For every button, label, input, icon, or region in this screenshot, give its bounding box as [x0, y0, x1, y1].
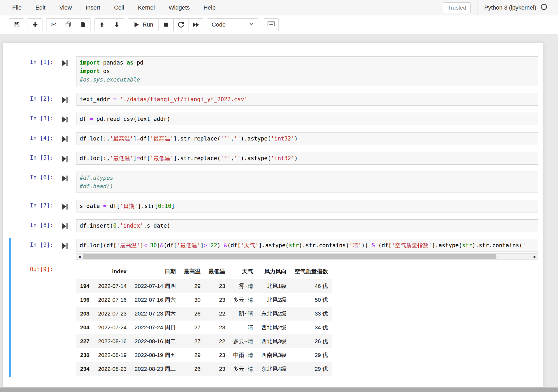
- code-line: df.loc[(df['最高温']<=30)&(df['最低温']>=22) &…: [80, 241, 535, 250]
- kernel-indicator: Python 3 (ipykernel): [478, 2, 547, 14]
- code-input[interactable]: #df.dtypes#df.head(): [76, 172, 538, 193]
- table-cell: 2022-08-23: [93, 362, 131, 376]
- code-cell-3: In [3]:df = pd.read_csv(text_addr): [3, 109, 543, 129]
- floppy-icon: [13, 21, 20, 28]
- table-cell: 西北风2级: [257, 321, 291, 334]
- table-cell: 26: [180, 307, 204, 321]
- restart-run-all-button[interactable]: [188, 18, 203, 31]
- column-header: [76, 266, 93, 279]
- row-index: 194: [76, 279, 93, 293]
- run-cell-icon[interactable]: [53, 132, 76, 142]
- table-cell: 2022-08-19 周五: [131, 348, 180, 362]
- move-cell-up-button[interactable]: [95, 18, 109, 31]
- code-line: df.loc[:,'最高温']=df['最高温'].str.replace('°…: [80, 134, 535, 143]
- chevron-down-icon: [248, 21, 255, 29]
- toolbar-button-group: ✂: [46, 18, 91, 31]
- table-cell: 2022-07-23: [93, 307, 131, 321]
- menu-item-view[interactable]: View: [52, 4, 79, 11]
- code-input[interactable]: df.loc[(df['最高温']<=30)&(df['最低温']>=22) &…: [76, 239, 538, 252]
- menu-item-kernel[interactable]: Kernel: [131, 4, 162, 11]
- add-cell-button[interactable]: [28, 18, 42, 31]
- trusted-button[interactable]: Trusted: [443, 2, 471, 13]
- run-cell-icon[interactable]: [53, 113, 76, 123]
- table-cell: 29 优: [291, 362, 332, 376]
- open-command-palette-button[interactable]: [264, 18, 279, 31]
- restart-kernel-button[interactable]: [174, 18, 188, 31]
- notebook-container: In [1]:import pandas as pdimport os#os.s…: [3, 43, 543, 387]
- run-cell-icon[interactable]: [53, 93, 76, 103]
- code-input[interactable]: s_date = df['日期'].str[0:10]: [76, 200, 538, 212]
- input-prompt: In [2]:: [3, 93, 53, 102]
- menu-item-help[interactable]: Help: [197, 4, 222, 11]
- cell-type-value: Code: [212, 21, 226, 28]
- table-row: 2032022-07-232022-07-23 周六2622阴~晴东北风2级33…: [76, 307, 332, 321]
- table-cell: 29: [180, 279, 204, 293]
- code-input[interactable]: import pandas as pdimport os#os.sys.exec…: [76, 56, 538, 86]
- table-cell: 50 优: [291, 293, 332, 307]
- code-input[interactable]: df.insert(0,'index',s_date): [76, 219, 538, 232]
- run-cell-icon[interactable]: [53, 56, 76, 66]
- code-input[interactable]: df = pd.read_csv(text_addr): [76, 113, 538, 125]
- table-cell: 2022-07-23 周六: [131, 307, 180, 321]
- column-header: 最高温: [180, 266, 204, 279]
- menu-item-edit[interactable]: Edit: [28, 4, 52, 11]
- table-cell: 东北风4级: [257, 362, 291, 376]
- input-prompt: In [1]:: [3, 56, 53, 65]
- paste-cell-button[interactable]: [76, 18, 91, 31]
- scrollbar-track[interactable]: [82, 254, 532, 259]
- table-cell: 2022-07-16: [93, 293, 131, 307]
- copy-cell-button[interactable]: [61, 18, 76, 31]
- input-prompt: In [6]:: [3, 172, 53, 181]
- table-cell: 2022-07-24 周日: [131, 321, 180, 334]
- code-line: import pandas as pd: [80, 58, 535, 67]
- toolbar-button-group: Run: [128, 18, 203, 31]
- table-cell: 北风1级: [257, 279, 291, 293]
- arrow-up-icon: [99, 22, 105, 28]
- table-cell: 多云~晴: [229, 293, 257, 307]
- run-cell-icon[interactable]: [53, 152, 76, 162]
- table-row: 1942022-07-142022-07-14 周四2923雾~晴北风1级46 …: [76, 279, 332, 293]
- table-cell: 2022-08-19: [93, 348, 131, 362]
- row-index: 227: [76, 334, 93, 348]
- row-index: 204: [76, 321, 93, 334]
- move-cell-down-button[interactable]: [109, 18, 124, 31]
- toolbar-button-group: [95, 18, 124, 31]
- column-header: 风力风向: [257, 266, 291, 279]
- save-button[interactable]: [9, 18, 24, 31]
- run-cell-icon[interactable]: [53, 172, 76, 182]
- table-cell: 晴: [229, 321, 257, 334]
- run-cell-icon[interactable]: [53, 219, 76, 229]
- table-cell: 23: [204, 362, 229, 376]
- code-line: df.insert(0,'index',s_date): [80, 221, 535, 230]
- code-input[interactable]: df.loc[:,'最高温']=df['最高温'].str.replace('°…: [76, 132, 538, 145]
- menu-item-file[interactable]: File: [12, 4, 28, 11]
- toolbar-button-group: [28, 18, 42, 31]
- code-input[interactable]: text_addr = './datas/tianqi_yt/tianqi_yt…: [76, 93, 538, 106]
- run-cell-icon[interactable]: [53, 239, 76, 249]
- menu-item-widgets[interactable]: Widgets: [162, 4, 196, 11]
- menu-item-insert[interactable]: Insert: [79, 4, 107, 11]
- cell-type-select[interactable]: Code: [207, 18, 258, 31]
- table-cell: 26 优: [291, 334, 332, 348]
- cut-cell-button[interactable]: ✂: [46, 18, 61, 31]
- dataframe-output-table: index日期最高温最低温天气风力风向空气质量指数1942022-07-1420…: [76, 266, 332, 376]
- plus-icon: [32, 22, 38, 28]
- table-cell: 23: [204, 348, 229, 362]
- scroll-right-icon[interactable]: ▶: [532, 255, 538, 259]
- code-input[interactable]: df.loc[:,'最低温']=df['最低温'].str.replace('°…: [76, 152, 538, 165]
- code-cell-4: In [4]:df.loc[:,'最高温']=df['最高温'].str.rep…: [3, 129, 543, 148]
- code-line: df.loc[:,'最低温']=df['最低温'].str.replace('°…: [80, 154, 535, 163]
- table-cell: 23: [204, 321, 229, 334]
- column-header: 日期: [131, 266, 180, 279]
- scroll-left-icon[interactable]: ◀: [76, 255, 82, 259]
- run-cell-icon[interactable]: [53, 200, 76, 210]
- table-row: 2042022-07-242022-07-24 周日2723晴西北风2级34 优: [76, 321, 332, 334]
- scrollbar-thumb[interactable]: [83, 254, 496, 259]
- horizontal-scrollbar[interactable]: ◀▶: [76, 253, 538, 260]
- run-button[interactable]: Run: [128, 18, 159, 31]
- table-cell: 34 优: [291, 321, 332, 334]
- menu-item-cell[interactable]: Cell: [107, 4, 131, 11]
- interrupt-kernel-button[interactable]: [159, 18, 174, 31]
- table-cell: 阴~晴: [229, 307, 257, 321]
- table-row: 2272022-08-162022-08-16 周二2722多云~晴西北风3级2…: [76, 334, 332, 348]
